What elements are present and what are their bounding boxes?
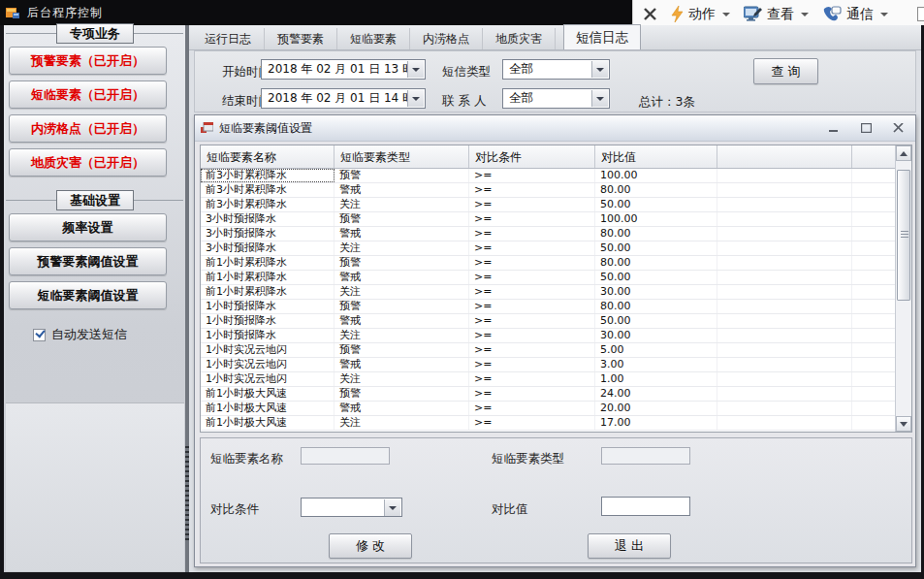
- sidebar-bottom-panel: [6, 402, 184, 571]
- monitor-icon: [744, 6, 762, 22]
- sidebar: 专项业务 预警要素（已开启） 短临要素（已开启） 内涝格点（已开启） 地质灾害（…: [4, 25, 185, 572]
- form-value-input[interactable]: [601, 497, 690, 516]
- communication-menu-label: 通信: [846, 6, 874, 23]
- table-row[interactable]: 前1小时极大风速预警>=24.00: [201, 387, 895, 402]
- toolbar-partial-item: [917, 7, 924, 21]
- table-row[interactable]: 前3小时累积降水警戒>=80.00: [201, 183, 895, 198]
- chevron-down-icon: [801, 13, 809, 16]
- table-row[interactable]: 前1小时极大风速警戒>=20.00: [201, 402, 895, 416]
- contact-value: 全部: [509, 90, 533, 107]
- communication-menu[interactable]: 通信: [817, 4, 893, 25]
- chevron-down-icon[interactable]: [407, 90, 424, 107]
- actions-menu[interactable]: 动作: [666, 4, 735, 25]
- table-row[interactable]: 3小时预报降水关注>=50.00: [201, 241, 895, 256]
- sms-type-combo[interactable]: 全部: [502, 59, 610, 80]
- thumb-grip-icon: [901, 231, 908, 239]
- auto-send-checkbox[interactable]: [33, 329, 46, 341]
- lightning-icon: [671, 6, 684, 22]
- warning-threshold-settings-button[interactable]: 预警要素阈值设置: [9, 247, 167, 275]
- column-header-name[interactable]: 短临要素名称: [201, 145, 335, 168]
- chevron-down-icon[interactable]: [407, 61, 424, 78]
- scrollbar-thumb[interactable]: [897, 170, 910, 301]
- contact-combo[interactable]: 全部: [502, 88, 610, 109]
- table-row[interactable]: 前1小时累积降水关注>=30.00: [201, 285, 895, 300]
- form-value-label: 对比值: [492, 501, 528, 518]
- group-basic-settings: 基础设置: [56, 190, 134, 210]
- tab-nowcast-elements[interactable]: 短临要素: [337, 28, 410, 49]
- dialog-title: 短临要素阈值设置: [219, 120, 813, 137]
- table-row[interactable]: 3小时预报降水预警>=100.00: [201, 212, 895, 227]
- sidebar-button-waterlogging-grid[interactable]: 内涝格点（已开启）: [9, 114, 167, 143]
- dialog-minimize-button[interactable]: [822, 120, 845, 137]
- window-title: 后台程序控制: [27, 5, 103, 21]
- chevron-down-icon[interactable]: [591, 90, 608, 107]
- nowcast-threshold-settings-button[interactable]: 短临要素阈值设置: [9, 281, 167, 309]
- end-time-picker[interactable]: 2018 年 02 月 01 日 14 时: [261, 88, 426, 109]
- group-special-business: 专项业务: [56, 23, 134, 44]
- table-row[interactable]: 前3小时累积降水关注>=50.00: [201, 198, 895, 212]
- tab-waterlogging-grid[interactable]: 内涝格点: [410, 28, 483, 49]
- chevron-down-icon: [880, 13, 888, 16]
- sms-type-value: 全部: [509, 61, 533, 78]
- table-row[interactable]: 前1小时极大风速关注>=17.00: [201, 416, 895, 431]
- column-header-value[interactable]: 对比值: [595, 145, 717, 168]
- form-type-input[interactable]: [601, 447, 690, 465]
- view-menu-label: 查看: [767, 6, 794, 23]
- table-row[interactable]: 1小时预报降水关注>=30.00: [201, 329, 895, 343]
- view-menu[interactable]: 查看: [739, 4, 813, 25]
- dialog-icon: [201, 122, 213, 134]
- auto-send-checkbox-label: 自动发送短信: [51, 326, 127, 343]
- table-row[interactable]: 前1小时累积降水警戒>=50.00: [201, 271, 895, 285]
- modify-button[interactable]: 修 改: [329, 533, 412, 559]
- start-time-picker[interactable]: 2018 年 02 月 01 日 13 时: [261, 59, 426, 80]
- table-row[interactable]: 1小时实况云地闪预警>=5.00: [201, 343, 895, 358]
- edit-form-panel: 短临要素名称 短临要素类型 对比条件 对比值 修 改 退 出: [200, 437, 912, 563]
- sidebar-button-nowcast-elements[interactable]: 短临要素（已开启）: [9, 80, 167, 109]
- form-type-label: 短临要素类型: [492, 451, 564, 467]
- table-row[interactable]: 1小时实况云地闪关注>=1.00: [201, 372, 895, 387]
- tab-run-log[interactable]: 运行日志: [192, 28, 265, 49]
- sidebar-button-warning-elements[interactable]: 预警要素（已开启）: [9, 47, 167, 75]
- form-cond-label: 对比条件: [210, 501, 259, 518]
- scroll-up-icon[interactable]: [896, 145, 911, 161]
- chevron-down-icon[interactable]: [591, 61, 608, 78]
- dialog-maximize-button[interactable]: [854, 120, 877, 137]
- sms-type-label: 短信类型: [442, 64, 491, 80]
- form-cond-combo[interactable]: [301, 498, 402, 517]
- table-body: 前3小时累积降水预警>=100.00前3小时累积降水警戒>=80.00前3小时累…: [201, 169, 895, 432]
- sidebar-button-geo-hazard[interactable]: 地质灾害（已开启）: [9, 148, 167, 177]
- table-row[interactable]: 前1小时累积降水预警>=80.00: [201, 256, 895, 271]
- application-window: 后台程序控制 动作 查看 通信: [0, 0, 924, 579]
- phone-icon: [822, 6, 842, 22]
- threshold-table: 短临要素名称 短临要素类型 对比条件 对比值 前3小时累积降水预警>=100.0…: [200, 145, 912, 433]
- exit-button[interactable]: 退 出: [588, 533, 671, 559]
- nowcast-threshold-dialog: 短临要素阈值设置 短临要素名称 短临要素类型 对比条件 对比值 前3小时累积降水…: [194, 114, 916, 567]
- end-time-value: 2018 年 02 月 01 日 14 时: [268, 90, 414, 107]
- query-panel: 开始时间 2018 年 02 月 01 日 13 时 短信类型 全部 查 询 结…: [194, 50, 916, 113]
- chevron-down-icon[interactable]: [384, 499, 400, 516]
- chevron-down-icon: [722, 13, 730, 16]
- table-scrollbar[interactable]: [895, 145, 911, 432]
- tab-sms-log[interactable]: 短信日志: [563, 24, 641, 49]
- frequency-settings-button[interactable]: 频率设置: [9, 213, 167, 241]
- form-name-input[interactable]: [301, 447, 390, 465]
- dialog-close-button[interactable]: [886, 120, 909, 137]
- table-row[interactable]: 3小时预报降水警戒>=80.00: [201, 227, 895, 241]
- tab-geo-hazard[interactable]: 地质灾害: [483, 28, 556, 49]
- tab-warning-elements[interactable]: 预警要素: [265, 28, 337, 49]
- dialog-title-bar: 短临要素阈值设置: [195, 115, 915, 142]
- scroll-down-icon[interactable]: [896, 416, 911, 432]
- column-header-cond[interactable]: 对比条件: [469, 145, 595, 168]
- contact-label: 联 系 人: [442, 93, 486, 110]
- table-row[interactable]: 前3小时累积降水预警>=100.00: [201, 169, 895, 183]
- table-row[interactable]: 1小时预报降水警戒>=50.00: [201, 314, 895, 329]
- start-time-value: 2018 年 02 月 01 日 13 时: [268, 61, 414, 78]
- form-name-label: 短临要素名称: [210, 451, 283, 467]
- column-header-type[interactable]: 短临要素类型: [335, 145, 469, 168]
- table-row[interactable]: 1小时实况云地闪警戒>=3.00: [201, 358, 895, 372]
- close-icon[interactable]: [637, 3, 662, 26]
- actions-menu-label: 动作: [688, 6, 716, 23]
- table-row[interactable]: 1小时预报降水预警>=80.00: [201, 300, 895, 314]
- search-button[interactable]: 查 询: [753, 58, 818, 84]
- column-header-empty: [717, 145, 852, 168]
